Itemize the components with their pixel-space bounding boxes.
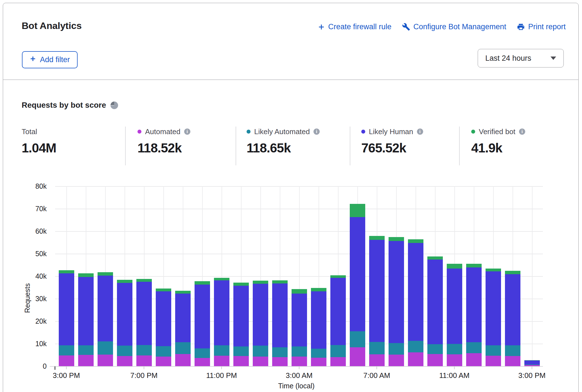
bar-segment-verified-bot [272,280,288,283]
bar-segment-likely-human [156,291,171,346]
y-tick-label: 50k [13,249,47,258]
bar-segment-automated [389,355,404,366]
bar-segment-verified-bot [350,204,365,217]
bar-segment-automated [466,353,482,366]
bar-segment-likely-human [175,294,191,343]
bar-segment-automated [369,354,385,366]
x-axis-line [50,366,543,367]
bar-segment-verified-bot [175,291,191,294]
bar-segment-automated [427,354,443,366]
y-tick-label: 80k [13,182,47,191]
bar-segment-automated [156,357,171,366]
y-tick-label: 30k [13,294,47,303]
x-tick [454,366,455,369]
bar-segment-likely-automated [389,343,404,355]
bar-segment-automated [272,357,288,366]
x-tick [66,366,67,369]
bar-segment-verified-bot [408,239,423,243]
bar-segment-verified-bot [486,269,501,271]
bar-segment-likely-automated [505,345,520,356]
bar-segment-likely-human [505,274,520,346]
bar-segment-likely-automated [466,342,482,353]
bar-segment-likely-automated [427,344,443,354]
y-tick-label: 0 [13,362,47,371]
bar-segment-verified-bot [447,264,462,269]
bar-segment-likely-human [408,243,423,341]
bar-segment-likely-automated [253,346,268,356]
bar-segment-verified-bot [195,281,210,285]
bar-segment-likely-human [350,217,365,331]
bar-segment-automated [486,356,501,366]
bar-segment-verified-bot [427,256,443,259]
y-tick-label: 40k [13,272,47,281]
x-tick-label: 7:00 PM [116,371,172,380]
bar-segment-verified-bot [233,283,249,285]
bar-segment-likely-automated [233,346,249,356]
bar-segment-automated [59,355,74,366]
bar-segment-automated [117,356,132,366]
bar-segment-likely-automated [486,345,501,356]
bar-segment-likely-human [272,283,288,347]
x-tick [144,366,144,369]
bar-segment-likely-human [59,273,74,346]
bar-segment-likely-human [447,269,462,344]
x-tick-label: 3:00 PM [38,371,94,380]
x-tick [221,366,222,369]
bar-segment-verified-bot [369,236,385,240]
bar-segment-verified-bot [505,271,520,274]
bar-segment-automated [524,365,540,366]
bar-segment-likely-automated [156,346,171,357]
x-tick-label: 11:00 PM [193,371,250,380]
bar-segment-likely-automated [408,341,423,352]
bar-segment-likely-human [524,361,540,364]
bar-segment-verified-bot [330,275,346,278]
bar-segment-verified-bot [117,280,132,283]
x-tick-label: 7:00 AM [349,371,405,380]
bar-segment-likely-automated [447,344,462,354]
bar-segment-likely-human [486,271,501,345]
bar-segment-verified-bot [311,288,326,291]
y-tick-label: 60k [13,227,47,236]
bar-segment-likely-automated [195,348,210,358]
bar-segment-likely-automated [272,347,288,357]
bar-segment-likely-automated [175,342,191,354]
requests-bar-chart: Time (local) Requests 010k20k30k40k50k60… [0,0,582,392]
bar-segment-likely-human [78,277,94,345]
x-tick-label: 3:00 PM [504,371,560,380]
bar-segment-automated [214,356,229,366]
bar-segment-likely-automated [117,346,132,356]
bar-segment-automated [253,357,268,366]
bar-segment-verified-bot [156,289,171,291]
x-tick-label: 3:00 AM [271,371,327,380]
bar-segment-likely-human [117,283,132,346]
bar-segment-verified-bot [389,237,404,241]
bar-segment-verified-bot [59,270,74,273]
bar-segment-likely-human [195,285,210,348]
bar-segment-automated [505,356,520,366]
bar-segment-verified-bot [524,360,540,361]
bar-segment-likely-automated [292,346,307,356]
bar-segment-verified-bot [214,278,229,281]
y-tick-label: 70k [13,204,47,213]
bar-segment-likely-human [311,291,326,349]
bar-segment-automated [311,358,326,366]
bar-segment-verified-bot [78,273,94,277]
bar-segment-verified-bot [292,289,307,294]
origin-tick [55,366,55,370]
bar-segment-automated [408,352,423,366]
bar-segment-likely-human [292,294,307,346]
bar-segment-verified-bot [136,279,152,282]
bar-segment-likely-human [98,276,113,341]
bar-segment-automated [78,355,94,366]
bar-segment-automated [136,355,152,366]
x-axis-title: Time (local) [254,382,339,390]
bar-segment-likely-human [233,286,249,347]
bar-segment-likely-human [330,278,346,345]
bar-segment-likely-automated [369,342,385,354]
bar-segment-verified-bot [98,272,113,276]
bar-segment-likely-automated [98,341,113,355]
bar-segment-verified-bot [253,281,268,284]
bar-segment-likely-human [214,280,229,345]
x-tick [376,366,377,369]
bar-segment-likely-automated [59,345,74,355]
